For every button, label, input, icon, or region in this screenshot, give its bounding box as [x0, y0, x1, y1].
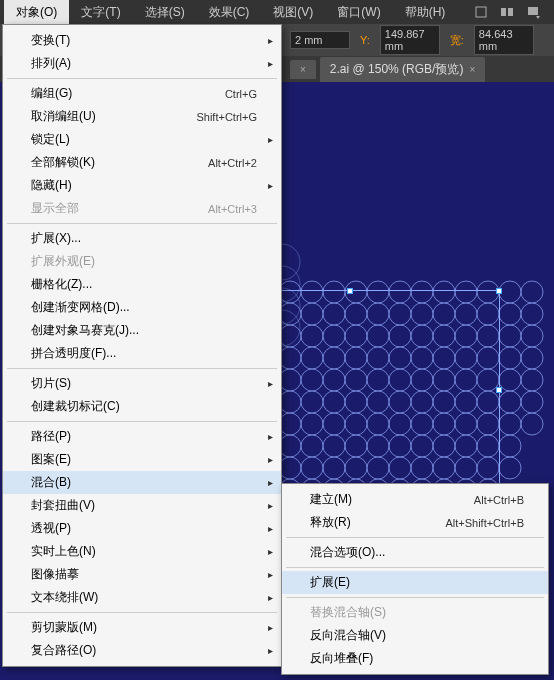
- object-menu-item-18[interactable]: 创建裁切标记(C): [3, 395, 281, 418]
- object-menu-separator: [7, 223, 277, 224]
- object-menu-item-24[interactable]: 透视(P): [3, 517, 281, 540]
- menu-item-label: 锁定(L): [31, 131, 70, 148]
- svg-point-30: [499, 303, 521, 325]
- menu-type[interactable]: 文字(T): [69, 0, 132, 25]
- document-tab[interactable]: 2.ai @ 150% (RGB/预览) ×: [320, 57, 485, 82]
- blend-submenu-item-5[interactable]: 扩展(E): [282, 571, 548, 594]
- menu-item-label: 释放(R): [310, 514, 351, 531]
- menu-item-shortcut: Alt+Ctrl+3: [208, 203, 257, 215]
- object-menu-item-22[interactable]: 混合(B): [3, 471, 281, 494]
- object-menu-item-1[interactable]: 排列(A): [3, 52, 281, 75]
- svg-point-117: [499, 457, 521, 479]
- y-label: Y:: [356, 32, 374, 48]
- svg-point-31: [521, 303, 543, 325]
- value-field-1[interactable]: 2 mm: [290, 31, 350, 49]
- object-menu-item-17[interactable]: 切片(S): [3, 372, 281, 395]
- object-menu-item-7[interactable]: 隐藏(H): [3, 174, 281, 197]
- menu-item-label: 扩展(X)...: [31, 230, 81, 247]
- svg-point-106: [499, 435, 521, 457]
- blend-submenu-item-1[interactable]: 释放(R)Alt+Shift+Ctrl+B: [282, 511, 548, 534]
- close-icon[interactable]: ×: [300, 64, 306, 75]
- object-menu-item-0[interactable]: 变换(T): [3, 29, 281, 52]
- object-menu-item-6[interactable]: 全部解锁(K)Alt+Ctrl+2: [3, 151, 281, 174]
- svg-point-44: [499, 325, 521, 347]
- menu-item-label: 图案(E): [31, 451, 71, 468]
- object-menu-item-4[interactable]: 取消编组(U)Shift+Ctrl+G: [3, 105, 281, 128]
- object-menu-item-5[interactable]: 锁定(L): [3, 128, 281, 151]
- object-menu-item-14[interactable]: 创建对象马赛克(J)...: [3, 319, 281, 342]
- blend-submenu-item-8[interactable]: 反向混合轴(V): [282, 624, 548, 647]
- handle-ne[interactable]: [496, 288, 502, 294]
- menu-item-label: 显示全部: [31, 200, 79, 217]
- menu-item-label: 全部解锁(K): [31, 154, 95, 171]
- blend-submenu-item-9[interactable]: 反向堆叠(F): [282, 647, 548, 670]
- object-menu-item-15[interactable]: 拼合透明度(F)...: [3, 342, 281, 365]
- menu-item-shortcut: Shift+Ctrl+G: [196, 111, 257, 123]
- svg-point-82: [499, 391, 521, 413]
- tab-label: 2.ai @ 150% (RGB/预览): [330, 61, 464, 78]
- menu-item-label: 栅格化(Z)...: [31, 276, 92, 293]
- object-menu-item-12[interactable]: 栅格化(Z)...: [3, 273, 281, 296]
- blend-submenu-item-3[interactable]: 混合选项(O)...: [282, 541, 548, 564]
- svg-point-83: [521, 391, 543, 413]
- svg-point-71: [521, 369, 543, 391]
- object-menu-item-30[interactable]: 复合路径(O): [3, 639, 281, 662]
- menu-item-label: 创建对象马赛克(J)...: [31, 322, 139, 339]
- svg-rect-1: [501, 8, 506, 16]
- object-menu-item-23[interactable]: 封套扭曲(V): [3, 494, 281, 517]
- y-field[interactable]: 149.867 mm: [380, 25, 440, 55]
- menu-effect[interactable]: 效果(C): [197, 0, 262, 25]
- menu-item-label: 反向混合轴(V): [310, 627, 386, 644]
- menu-item-label: 复合路径(O): [31, 642, 96, 659]
- object-menu-item-20[interactable]: 路径(P): [3, 425, 281, 448]
- blend-submenu-separator: [286, 567, 544, 568]
- menu-window[interactable]: 窗口(W): [325, 0, 392, 25]
- object-menu-item-11: 扩展外观(E): [3, 250, 281, 273]
- svg-point-17: [521, 281, 543, 303]
- object-menu-item-26[interactable]: 图像描摹: [3, 563, 281, 586]
- blend-submenu-item-0[interactable]: 建立(M)Alt+Ctrl+B: [282, 488, 548, 511]
- handle-e[interactable]: [496, 387, 502, 393]
- object-menu-item-3[interactable]: 编组(G)Ctrl+G: [3, 82, 281, 105]
- object-menu-item-29[interactable]: 剪切蒙版(M): [3, 616, 281, 639]
- menu-item-label: 图像描摹: [31, 566, 79, 583]
- menu-item-label: 混合选项(O)...: [310, 544, 385, 561]
- tab-prev-close[interactable]: ×: [290, 60, 316, 79]
- object-menu-item-21[interactable]: 图案(E): [3, 448, 281, 471]
- menu-item-label: 扩展(E): [310, 574, 350, 591]
- object-menu-separator: [7, 421, 277, 422]
- object-menu-separator: [7, 368, 277, 369]
- svg-point-94: [499, 413, 521, 435]
- svg-point-70: [499, 369, 521, 391]
- w-field[interactable]: 84.643 mm: [474, 25, 534, 55]
- menu-item-label: 建立(M): [310, 491, 352, 508]
- menu-item-label: 取消编组(U): [31, 108, 96, 125]
- arrange-icon[interactable]: [498, 3, 516, 21]
- object-menu-item-13[interactable]: 创建渐变网格(D)...: [3, 296, 281, 319]
- menu-view[interactable]: 视图(V): [261, 0, 325, 25]
- object-menu-separator: [7, 78, 277, 79]
- menu-item-shortcut: Alt+Ctrl+B: [474, 494, 524, 506]
- menu-select[interactable]: 选择(S): [133, 0, 197, 25]
- toolbar-right-icons: [472, 3, 554, 21]
- svg-point-45: [521, 325, 543, 347]
- close-icon[interactable]: ×: [469, 64, 475, 75]
- menu-item-label: 隐藏(H): [31, 177, 72, 194]
- menu-item-label: 实时上色(N): [31, 543, 96, 560]
- menu-help[interactable]: 帮助(H): [393, 0, 458, 25]
- menu-object[interactable]: 对象(O): [4, 0, 69, 25]
- svg-rect-2: [508, 8, 513, 16]
- object-menu-item-25[interactable]: 实时上色(N): [3, 540, 281, 563]
- menu-item-label: 切片(S): [31, 375, 71, 392]
- object-menu-item-27[interactable]: 文本绕排(W): [3, 586, 281, 609]
- menu-item-label: 替换混合轴(S): [310, 604, 386, 621]
- menu-item-shortcut: Ctrl+G: [225, 88, 257, 100]
- object-menu-separator: [7, 612, 277, 613]
- svg-point-59: [521, 347, 543, 369]
- workspace-dropdown-icon[interactable]: [524, 3, 542, 21]
- blend-submenu-separator: [286, 537, 544, 538]
- doc-setup-icon[interactable]: [472, 3, 490, 21]
- handle-n[interactable]: [347, 288, 353, 294]
- object-menu-item-10[interactable]: 扩展(X)...: [3, 227, 281, 250]
- menu-item-label: 排列(A): [31, 55, 71, 72]
